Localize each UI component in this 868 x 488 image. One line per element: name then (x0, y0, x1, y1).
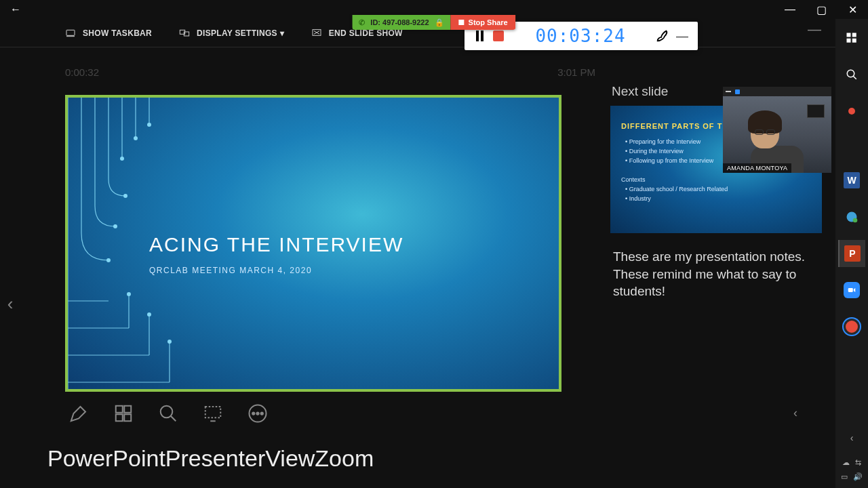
back-button[interactable]: ← (0, 3, 31, 16)
annotate-button[interactable] (653, 26, 672, 45)
elapsed-label: 0:00:32 (65, 66, 99, 78)
next-context-item: Graduate school / Research Related (625, 186, 811, 192)
stop-share-button[interactable]: Stop Share (451, 15, 516, 30)
close-button[interactable]: ✕ (837, 0, 868, 19)
webcam-titlebar[interactable] (723, 87, 831, 96)
zoom-meeting-id[interactable]: ✆ ID: 497-088-9222 🔒 (352, 15, 450, 30)
svg-point-24 (127, 292, 131, 296)
tray-expand-icon[interactable]: ‹ (838, 431, 865, 445)
see-all-slides-button[interactable] (110, 400, 137, 427)
zoom-tool-button[interactable] (155, 400, 182, 427)
recorder-app-icon[interactable] (838, 313, 865, 340)
svg-rect-0 (847, 33, 851, 37)
powerpoint-app-icon[interactable]: P (838, 240, 865, 267)
previous-slide-button[interactable]: ‹ (0, 290, 20, 317)
svg-point-17 (113, 224, 117, 228)
zoom-share-bar[interactable]: ✆ ID: 497-088-9222 🔒 Stop Share (352, 15, 515, 30)
presenter-meta: 0:00:32 3:01 PM (65, 66, 598, 78)
recorder-minimize-button[interactable]: — (672, 29, 692, 43)
battery-icon[interactable]: ▭ (841, 472, 848, 481)
display-settings-button[interactable]: DISPLAY SETTINGS ▾ (179, 28, 284, 39)
presenter-view: SHOW TASKBAR DISPLAY SETTINGS ▾ END SLID… (0, 19, 835, 488)
picture-frame-icon (807, 104, 825, 118)
webcam-name-tag: AMANDA MONTOYA (723, 163, 791, 173)
svg-point-35 (256, 412, 258, 414)
onedrive-icon[interactable]: ☁ (842, 458, 850, 467)
svg-point-18 (123, 194, 127, 198)
svg-point-34 (252, 412, 254, 414)
svg-rect-3 (852, 39, 856, 43)
svg-point-7 (853, 218, 858, 223)
svg-line-5 (853, 76, 856, 79)
slide-tools (65, 400, 271, 427)
svg-rect-1 (852, 33, 856, 37)
svg-point-20 (147, 123, 151, 127)
windows-taskbar: W P ‹ ☁ ⇆ ▭ 🔊 (835, 19, 868, 488)
lock-icon: 🔒 (435, 18, 444, 27)
phone-icon: ✆ (359, 18, 365, 27)
current-slide[interactable]: ACING THE INTERVIEW QRCLAB MEETING MARCH… (65, 95, 561, 392)
pen-tool-button[interactable] (65, 400, 92, 427)
system-tray[interactable]: ☁ ⇆ ▭ 🔊 (835, 454, 868, 488)
svg-point-23 (147, 312, 151, 317)
svg-rect-25 (116, 406, 123, 413)
webcam-window[interactable]: AMANDA MONTOYA (723, 87, 831, 173)
video-caption: PowerPointPresenterViewZoom (47, 445, 374, 472)
cortana-icon[interactable] (838, 98, 865, 125)
network-icon[interactable]: ⇆ (855, 458, 861, 467)
zoom-app-icon[interactable] (838, 277, 865, 304)
window-controls: — ▢ ✕ (774, 0, 868, 19)
next-contexts-label: Contexts (621, 176, 811, 183)
svg-point-21 (120, 157, 124, 161)
minimize-button[interactable]: — (774, 0, 806, 19)
svg-point-22 (167, 340, 172, 344)
collapse-panel-button[interactable]: ‹ (793, 406, 797, 420)
svg-point-19 (134, 136, 138, 140)
svg-rect-26 (124, 406, 131, 413)
svg-rect-28 (124, 414, 131, 421)
svg-rect-2 (847, 39, 851, 43)
svg-line-30 (171, 416, 176, 422)
svg-rect-9 (66, 30, 75, 35)
slide-title: ACING THE INTERVIEW (149, 233, 403, 256)
maximize-button[interactable]: ▢ (806, 0, 837, 19)
recording-timer: 00:03:24 (508, 26, 653, 46)
clock-label: 3:01 PM (557, 66, 595, 78)
word-app-icon[interactable]: W (838, 167, 865, 194)
volume-icon[interactable]: 🔊 (853, 472, 863, 481)
next-context-item: Industry (625, 195, 811, 202)
show-taskbar-button[interactable]: SHOW TASKBAR (65, 28, 152, 39)
webcam-min-icon[interactable] (726, 91, 731, 92)
start-button[interactable] (838, 24, 865, 52)
svg-point-16 (106, 258, 111, 262)
slide-subtitle: QRCLAB MEETING MARCH 4, 2020 (149, 266, 312, 275)
webcam-max-icon[interactable] (735, 89, 740, 94)
search-icon[interactable] (838, 61, 865, 88)
svg-rect-31 (205, 407, 221, 418)
svg-point-36 (261, 412, 263, 414)
svg-point-29 (161, 406, 173, 418)
more-options-button[interactable] (244, 400, 271, 427)
presenter-notes: These are my presentation notes. These r… (610, 248, 827, 300)
black-screen-button[interactable] (199, 400, 226, 427)
svg-point-4 (847, 70, 854, 77)
svg-rect-8 (848, 288, 853, 292)
stop-icon (459, 20, 465, 25)
svg-rect-27 (116, 414, 123, 421)
unknown-app-icon[interactable] (838, 203, 865, 230)
panel-minimize-icon[interactable]: — (807, 22, 822, 37)
